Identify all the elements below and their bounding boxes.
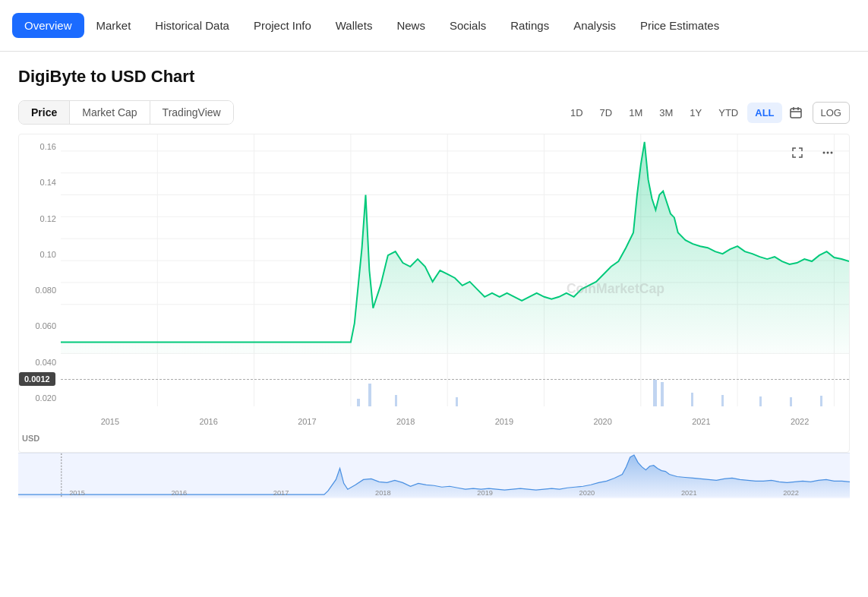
- tab-tradingview[interactable]: TradingView: [150, 101, 233, 124]
- volume-bars-svg: [61, 376, 850, 406]
- svg-text:2017: 2017: [273, 489, 289, 497]
- time-1y[interactable]: 1Y: [682, 103, 709, 123]
- svg-rect-35: [820, 396, 822, 406]
- log-button[interactable]: LOG: [813, 102, 850, 124]
- svg-rect-33: [759, 396, 762, 406]
- y-label-014: 0.14: [22, 178, 56, 187]
- svg-text:CoinMarketCap: CoinMarketCap: [567, 281, 664, 296]
- svg-rect-31: [691, 393, 693, 406]
- time-ytd[interactable]: YTD: [711, 103, 746, 123]
- y-label-012: 0.12: [22, 214, 56, 223]
- y-label-010: 0.10: [22, 250, 56, 259]
- svg-point-4: [823, 152, 825, 154]
- tab-price[interactable]: Price: [19, 101, 70, 124]
- chart-controls: Price Market Cap TradingView 1D 7D 1M 3M…: [18, 100, 850, 125]
- svg-text:2016: 2016: [171, 489, 187, 497]
- nav-project-info[interactable]: Project Info: [241, 13, 324, 38]
- svg-text:2019: 2019: [477, 489, 493, 497]
- calendar-icon[interactable]: [784, 100, 808, 125]
- chart-section: DigiByte to USD Chart Price Market Cap T…: [0, 52, 868, 506]
- svg-rect-32: [721, 395, 724, 406]
- svg-text:2015: 2015: [69, 489, 85, 497]
- chart-full-area: 0.16 0.14 0.12 0.10 0.080 0.060 0.040 0.…: [18, 134, 850, 498]
- time-1m[interactable]: 1M: [621, 103, 650, 123]
- svg-text:2018: 2018: [375, 489, 391, 497]
- x-label-2022: 2022: [791, 417, 809, 426]
- x-label-2020: 2020: [593, 417, 611, 426]
- x-axis: 2015 2016 2017 2018 2019 2020 2021 2022: [61, 414, 849, 429]
- svg-rect-26: [368, 384, 371, 406]
- x-label-2019: 2019: [495, 417, 513, 426]
- time-all[interactable]: ALL: [747, 103, 781, 123]
- nav-price-estimates[interactable]: Price Estimates: [628, 13, 731, 38]
- svg-rect-34: [790, 397, 792, 406]
- y-axis: 0.16 0.14 0.12 0.10 0.080 0.060 0.040 0.…: [19, 134, 61, 452]
- price-badge: 0.0012: [19, 372, 55, 386]
- time-controls: 1D 7D 1M 3M 1Y YTD ALL LOG: [563, 100, 850, 125]
- expand-icon[interactable]: [785, 141, 810, 165]
- svg-rect-0: [791, 109, 801, 118]
- nav-news[interactable]: News: [384, 13, 437, 38]
- y-label-006: 0.060: [22, 321, 56, 330]
- svg-point-5: [827, 152, 829, 154]
- mini-chart-wrapper[interactable]: 2015 2016 2017 2018 2019 2020 2021 2022: [18, 453, 850, 498]
- x-label-2017: 2017: [298, 417, 316, 426]
- svg-text:2021: 2021: [681, 489, 697, 497]
- time-3m[interactable]: 3M: [652, 103, 680, 123]
- time-1d[interactable]: 1D: [563, 103, 591, 123]
- usd-label: USD: [22, 434, 39, 443]
- tab-market-cap[interactable]: Market Cap: [70, 101, 150, 124]
- y-label-004: 0.040: [22, 358, 56, 367]
- svg-text:2020: 2020: [579, 489, 595, 497]
- nav-overview[interactable]: Overview: [12, 13, 84, 38]
- svg-point-6: [831, 152, 833, 154]
- chart-title: DigiByte to USD Chart: [18, 67, 850, 87]
- nav-wallets[interactable]: Wallets: [324, 13, 385, 38]
- y-label-002: 0.020: [22, 393, 56, 403]
- svg-rect-25: [357, 399, 360, 406]
- mini-chart-svg: 2015 2016 2017 2018 2019 2020 2021 2022: [18, 453, 850, 498]
- nav-analysis[interactable]: Analysis: [561, 13, 628, 38]
- time-7d[interactable]: 7D: [592, 103, 620, 123]
- chart-wrapper: 0.16 0.14 0.12 0.10 0.080 0.060 0.040 0.…: [18, 134, 850, 453]
- chart-tabs: Price Market Cap TradingView: [18, 100, 234, 125]
- x-label-2021: 2021: [692, 417, 710, 426]
- x-label-2018: 2018: [396, 417, 415, 426]
- nav-socials[interactable]: Socials: [437, 13, 498, 38]
- svg-rect-27: [395, 395, 397, 406]
- svg-rect-28: [456, 397, 458, 406]
- x-label-2016: 2016: [199, 417, 217, 426]
- y-label-008: 0.080: [22, 286, 56, 295]
- main-chart-svg-area: CoinMarketCap: [61, 134, 849, 406]
- svg-rect-30: [661, 382, 664, 406]
- nav-market[interactable]: Market: [84, 13, 144, 38]
- nav-historical-data[interactable]: Historical Data: [143, 13, 241, 38]
- chart-top-icons: [785, 141, 840, 165]
- reference-line: [61, 379, 849, 380]
- svg-rect-29: [653, 380, 657, 406]
- price-chart-svg: CoinMarketCap: [61, 134, 849, 406]
- nav-ratings[interactable]: Ratings: [498, 13, 561, 38]
- navigation-bar: Overview Market Historical Data Project …: [0, 0, 868, 52]
- y-label-016: 0.16: [22, 142, 56, 151]
- x-label-2015: 2015: [101, 417, 119, 426]
- svg-text:2022: 2022: [783, 489, 799, 497]
- more-options-icon[interactable]: [816, 141, 840, 165]
